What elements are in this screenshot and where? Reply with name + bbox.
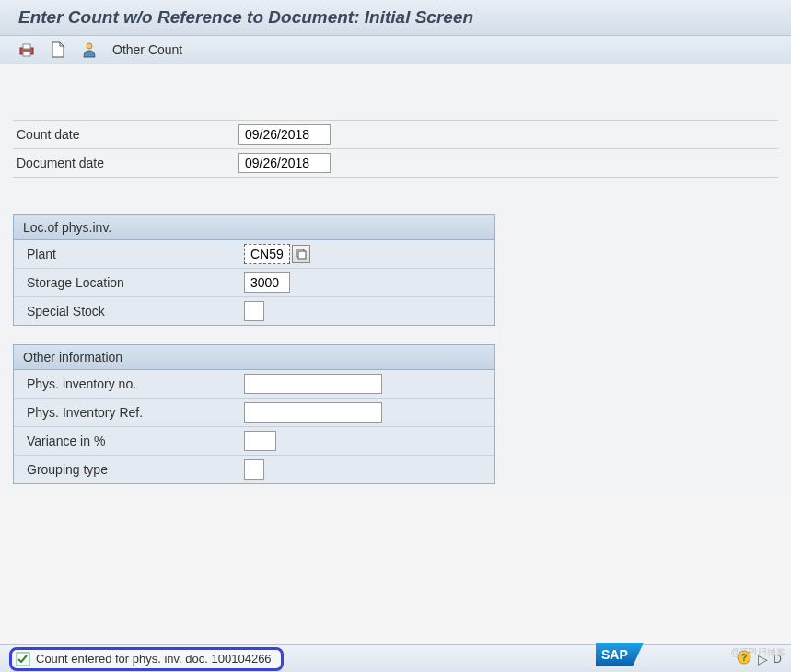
storage-location-row: Storage Location (14, 269, 494, 297)
count-date-label: Count date (13, 127, 238, 142)
sap-logo: SAP (596, 643, 644, 669)
status-message-container: Count entered for phys. inv. doc. 100104… (9, 647, 284, 671)
phys-inventory-no-row: Phys. inventory no. (14, 370, 494, 399)
content-area: Count date Document date Loc.of phys.inv… (0, 64, 791, 497)
plant-input[interactable] (244, 244, 290, 264)
count-date-row: Count date (13, 120, 778, 149)
svg-text:SAP: SAP (601, 647, 628, 662)
variance-row: Variance in % (14, 427, 494, 456)
grouping-type-row: Grouping type (14, 456, 494, 483)
plant-label: Plant (23, 247, 244, 261)
document-date-label: Document date (13, 156, 238, 170)
page-title: Enter Count w/o Reference to Document: I… (0, 0, 791, 36)
success-check-icon (16, 652, 30, 666)
loc-group-title: Loc.of phys.inv. (14, 215, 494, 240)
svg-rect-2 (23, 52, 30, 56)
grouping-type-input[interactable] (244, 459, 264, 480)
new-document-icon[interactable] (50, 41, 66, 58)
plant-search-help-button[interactable] (292, 245, 310, 263)
storage-location-label: Storage Location (23, 275, 244, 290)
phys-inventory-no-input[interactable] (244, 374, 382, 394)
phys-inventory-ref-label: Phys. Inventory Ref. (23, 405, 244, 420)
phys-inventory-ref-row: Phys. Inventory Ref. (14, 399, 494, 427)
svg-rect-1 (23, 44, 30, 49)
storage-location-input[interactable] (244, 272, 290, 293)
document-date-input[interactable] (238, 153, 331, 173)
other-group-title: Other information (14, 345, 494, 370)
document-date-row: Document date (13, 149, 778, 178)
special-stock-input[interactable] (244, 301, 264, 321)
count-date-input[interactable] (238, 124, 331, 145)
svg-rect-5 (298, 251, 306, 259)
special-stock-row: Special Stock (14, 297, 494, 325)
special-stock-label: Special Stock (23, 304, 244, 319)
other-count-button[interactable]: Other Count (112, 42, 182, 57)
status-message-text: Count entered for phys. inv. doc. 100104… (36, 652, 272, 666)
other-information-group: Other information Phys. inventory no. Ph… (13, 344, 495, 484)
variance-input[interactable] (244, 431, 276, 451)
svg-point-3 (87, 43, 92, 49)
user-icon[interactable] (81, 41, 98, 58)
phys-inventory-no-label: Phys. inventory no. (23, 377, 244, 391)
status-bar: Count entered for phys. inv. doc. 100104… (0, 644, 791, 672)
variance-label: Variance in % (23, 434, 244, 448)
toolbar: Other Count (0, 36, 791, 64)
print-icon[interactable] (18, 41, 35, 58)
loc-phys-inv-group: Loc.of phys.inv. Plant Storage Location … (13, 214, 495, 326)
plant-row: Plant (14, 240, 494, 269)
grouping-type-label: Grouping type (23, 462, 244, 477)
watermark: @ITPUB博客 (730, 646, 785, 659)
phys-inventory-ref-input[interactable] (244, 402, 382, 423)
